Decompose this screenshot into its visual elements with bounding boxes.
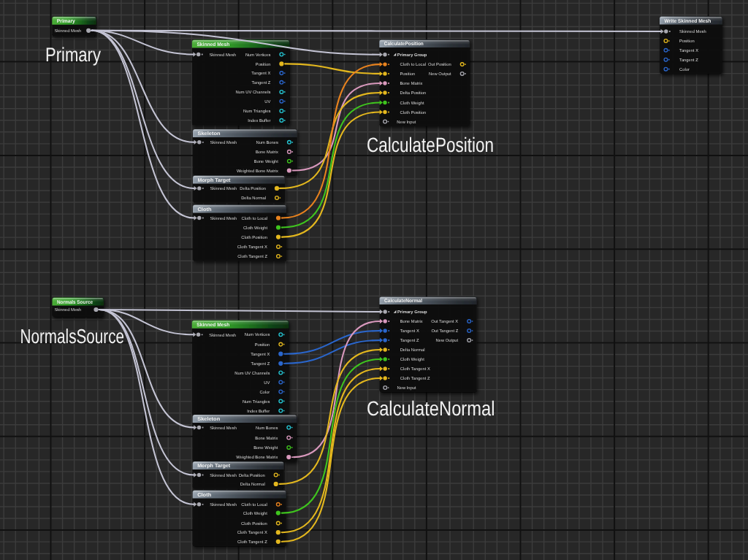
- svg-text:UV: UV: [264, 381, 270, 386]
- svg-text:Morph Target: Morph Target: [198, 177, 232, 183]
- svg-text:NormalsSource: NormalsSource: [20, 325, 125, 348]
- svg-text:Weighted Bone Matrix: Weighted Bone Matrix: [237, 169, 278, 174]
- svg-text:Primary: Primary: [57, 18, 75, 24]
- svg-text:Color: Color: [679, 67, 690, 72]
- svg-text:Position: Position: [400, 72, 416, 77]
- svg-text:Tangent X: Tangent X: [400, 329, 419, 334]
- svg-text:Cloth Tangent Z: Cloth Tangent Z: [237, 540, 267, 545]
- svg-text:Cloth Tangent Z: Cloth Tangent Z: [400, 376, 430, 381]
- svg-text:Cloth to Local: Cloth to Local: [241, 502, 267, 507]
- svg-text:Delta Normal: Delta Normal: [400, 348, 425, 353]
- svg-text:Bone Matrix: Bone Matrix: [256, 150, 278, 155]
- svg-text:Cloth Tangent X: Cloth Tangent X: [400, 367, 430, 372]
- svg-text:New Output: New Output: [436, 338, 459, 343]
- svg-text:Cloth to Local: Cloth to Local: [242, 216, 267, 221]
- svg-text:Num UV Channels: Num UV Channels: [235, 90, 270, 95]
- svg-text:Out Position: Out Position: [428, 62, 451, 67]
- svg-text:CalculatePosition: CalculatePosition: [367, 134, 494, 156]
- svg-text:Cloth: Cloth: [198, 207, 212, 212]
- svg-text:Skinned Mesh: Skinned Mesh: [196, 42, 229, 47]
- svg-text:Skinned Mesh: Skinned Mesh: [210, 216, 237, 221]
- svg-text:Cloth Position: Cloth Position: [400, 110, 427, 115]
- svg-text:Cloth Weight: Cloth Weight: [243, 226, 267, 231]
- svg-text:Morph Target: Morph Target: [197, 463, 231, 469]
- svg-text:CalculatePosition: CalculatePosition: [384, 41, 424, 47]
- svg-text:Skinned Mesh: Skinned Mesh: [210, 473, 237, 478]
- svg-text:Num Triangles: Num Triangles: [243, 109, 270, 114]
- svg-text:Cloth Weight: Cloth Weight: [400, 101, 424, 106]
- svg-text:Normals Source: Normals Source: [57, 299, 93, 305]
- svg-text:Out Tangent X: Out Tangent X: [431, 319, 458, 324]
- svg-text:Num Triangles: Num Triangles: [243, 399, 270, 404]
- svg-text:Tangent Z: Tangent Z: [251, 362, 270, 367]
- svg-text:Out Tangent Z: Out Tangent Z: [432, 329, 459, 334]
- svg-text:Delta Normal: Delta Normal: [240, 482, 265, 487]
- svg-text:Cloth Tangent Z: Cloth Tangent Z: [237, 254, 267, 259]
- svg-text:Skinned Mesh: Skinned Mesh: [210, 186, 237, 191]
- svg-text:Cloth Position: Cloth Position: [241, 521, 267, 526]
- svg-text:Cloth: Cloth: [197, 492, 211, 498]
- svg-text:Primary: Primary: [45, 44, 101, 66]
- svg-text:Skinned Mesh: Skinned Mesh: [209, 53, 236, 58]
- svg-text:Position: Position: [255, 342, 270, 348]
- svg-text:Skinned Mesh: Skinned Mesh: [55, 28, 82, 34]
- svg-text:Index Buffer: Index Buffer: [248, 118, 270, 123]
- svg-text:Tangent Z: Tangent Z: [400, 339, 419, 343]
- svg-text:Weighted Bone Matrix: Weighted Bone Matrix: [236, 455, 278, 460]
- svg-text:Write Skinned Mesh: Write Skinned Mesh: [665, 18, 711, 24]
- svg-text:Num UV Channels: Num UV Channels: [234, 371, 270, 376]
- svg-text:Skinned Mesh: Skinned Mesh: [209, 333, 236, 338]
- svg-text:Skinned Mesh: Skinned Mesh: [210, 426, 237, 431]
- svg-text:Delta Position: Delta Position: [400, 91, 427, 96]
- svg-text:New Output: New Output: [429, 72, 451, 77]
- svg-text:New Input: New Input: [397, 386, 416, 391]
- svg-text:Position: Position: [679, 39, 695, 44]
- svg-text:Num Bones: Num Bones: [256, 141, 278, 145]
- svg-text:Skinned Mesh: Skinned Mesh: [55, 307, 82, 312]
- svg-text:Index Buffer: Index Buffer: [247, 409, 270, 414]
- svg-text:Skinned Mesh: Skinned Mesh: [210, 502, 237, 507]
- svg-text:Tangent X: Tangent X: [679, 49, 698, 53]
- svg-text:Delta Position: Delta Position: [240, 186, 266, 191]
- svg-text:Tangent Z: Tangent Z: [252, 81, 271, 85]
- svg-text:CalculateNormal: CalculateNormal: [367, 397, 495, 420]
- svg-text:Delta Position: Delta Position: [239, 473, 265, 478]
- svg-text:Cloth to Local: Cloth to Local: [400, 62, 426, 67]
- svg-text:Tangent X: Tangent X: [251, 72, 270, 76]
- svg-text:Cloth Weight: Cloth Weight: [400, 357, 424, 362]
- svg-text:Color: Color: [259, 390, 270, 395]
- svg-text:Tangent X: Tangent X: [251, 353, 270, 357]
- svg-text:Delta Normal: Delta Normal: [241, 196, 266, 201]
- svg-text:Cloth Weight: Cloth Weight: [243, 511, 267, 516]
- svg-text:Bone Weight: Bone Weight: [254, 159, 278, 164]
- svg-text:Num Vertices: Num Vertices: [245, 53, 271, 58]
- svg-text:Bone Matrix: Bone Matrix: [255, 436, 278, 441]
- svg-text:Skeleton: Skeleton: [198, 131, 221, 137]
- svg-text:UV: UV: [264, 100, 270, 104]
- svg-text:Skinned Mesh: Skinned Mesh: [210, 140, 237, 145]
- svg-text:Num Bones: Num Bones: [256, 426, 278, 431]
- svg-text:Bone Matrix: Bone Matrix: [400, 319, 423, 324]
- svg-text:Primary Group: Primary Group: [397, 53, 427, 58]
- svg-text:CalculateNormal: CalculateNormal: [384, 298, 422, 304]
- svg-text:Bone Weight: Bone Weight: [253, 445, 278, 450]
- svg-text:Primary Group: Primary Group: [397, 310, 427, 315]
- svg-text:Position: Position: [256, 62, 271, 67]
- svg-text:Bone Matrix: Bone Matrix: [400, 81, 423, 86]
- svg-text:Skinned Mesh: Skinned Mesh: [679, 29, 706, 34]
- svg-text:Num Vertices: Num Vertices: [245, 332, 270, 337]
- svg-text:Tangent Z: Tangent Z: [679, 58, 698, 63]
- svg-text:Cloth Tangent X: Cloth Tangent X: [237, 530, 267, 535]
- svg-text:Cloth Tangent X: Cloth Tangent X: [237, 245, 267, 250]
- svg-text:Skinned Mesh: Skinned Mesh: [196, 322, 229, 328]
- svg-text:Cloth Position: Cloth Position: [241, 235, 267, 240]
- svg-text:Skeleton: Skeleton: [197, 416, 220, 422]
- svg-text:New Input: New Input: [397, 120, 416, 125]
